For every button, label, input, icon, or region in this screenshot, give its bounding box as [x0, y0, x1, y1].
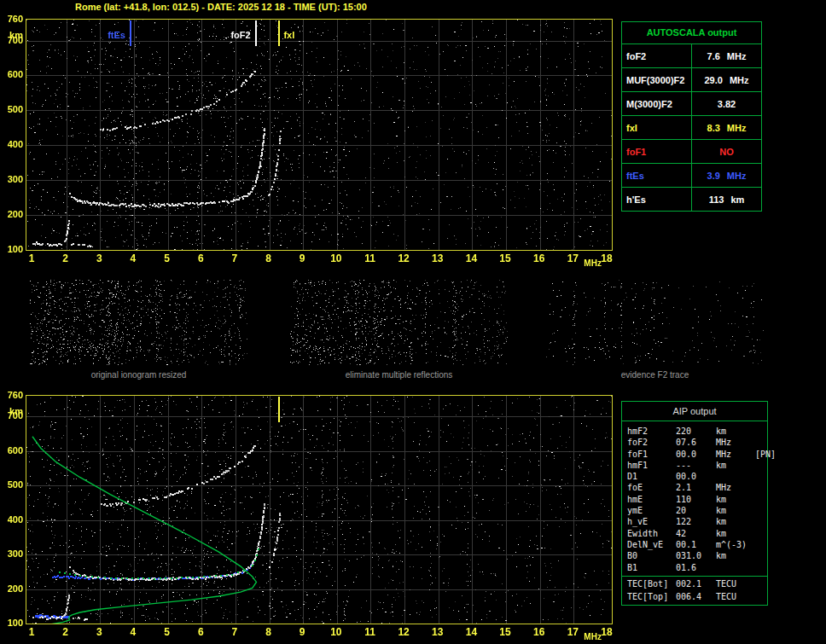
aip-row-unit: km: [716, 460, 755, 471]
thumbnail-canvas-original: [30, 280, 247, 365]
page-title: Rome (lat: +41.8, lon: 012.5) - DATE: 20…: [75, 2, 367, 12]
y-tick-label: 500: [1, 479, 23, 490]
aip-row-unit: km: [716, 516, 755, 527]
aip-row-unit: MHz: [716, 437, 755, 448]
aip-row-unit: km: [716, 505, 755, 516]
aip-row-label: TEC[Bot]: [627, 578, 676, 591]
autoscala-row-value: NO: [692, 140, 761, 163]
autoscala-row-label: h'Es: [622, 188, 692, 211]
y-tick-label: 400: [1, 514, 23, 525]
aip-row-unit: [716, 562, 755, 573]
ionogram-canvas-top: [26, 20, 612, 250]
aip-row-value: 07.6: [676, 437, 716, 448]
aip-row-label: foF2: [627, 437, 676, 448]
x-tick-label: 1: [22, 626, 41, 638]
aip-row-label: hmF2: [627, 426, 676, 437]
aip-row-TEC-Bot-: TEC[Bot]002.1TECU: [622, 576, 767, 591]
autoscala-row-value: 7.6MHz: [692, 44, 761, 67]
aip-table-title: AIP output: [622, 402, 767, 421]
autoscala-row-value: 29.0MHz: [692, 68, 761, 91]
autoscala-row-ftEs: ftEs3.9MHz: [622, 164, 761, 188]
autoscala-table-title: AUTOSCALA output: [622, 22, 761, 44]
y-tick-label: 100: [1, 618, 23, 628]
aip-row-extra: [755, 460, 767, 471]
y-tick-label: 500: [1, 104, 23, 114]
x-tick-label: 13: [428, 626, 447, 638]
x-tick-label: 12: [394, 626, 413, 638]
y-tick-label: 300: [1, 548, 23, 559]
thumbnail-no-multiples: [290, 280, 508, 365]
autoscala-row-value: 113km: [692, 188, 761, 211]
aip-row-extra: [755, 562, 767, 573]
aip-row-h-vE: h_vE122km: [622, 516, 767, 527]
autoscala-row-label: ftEs: [622, 164, 692, 187]
aip-row-value: 20: [676, 505, 716, 516]
autoscala-row-label: MUF(3000)F2: [622, 68, 692, 91]
x-tick-label: 2: [56, 626, 75, 638]
autoscala-row-foF1: foF1NO: [622, 140, 761, 164]
x-tick-label: 17: [563, 626, 582, 638]
x-tick-label: 5: [158, 252, 177, 264]
aip-row-unit: TECU: [716, 578, 755, 591]
aip-row-unit: TECU: [716, 591, 755, 602]
x-tick-label: 4: [124, 252, 143, 264]
aip-row-unit: MHz: [716, 449, 755, 460]
aip-row-extra: [755, 550, 767, 561]
thumbnail-caption-f2-evidence: evidence F2 trace: [546, 370, 764, 380]
aip-row-label: TEC[Top]: [627, 591, 676, 602]
x-tick-label: 3: [90, 252, 108, 264]
autoscala-row-label: fxI: [622, 116, 692, 139]
aip-row-extra: [755, 528, 767, 539]
aip-row-unit: km: [716, 426, 755, 437]
aip-row-value: 122: [676, 516, 716, 527]
y-tick-label: 400: [1, 139, 23, 149]
x-axis-unit-label: MHz: [584, 258, 602, 268]
aip-row-label: B0: [627, 550, 676, 561]
aip-row-unit: km: [716, 494, 755, 505]
x-tick-label: 10: [327, 626, 346, 638]
autoscala-row-label: foF1: [622, 140, 692, 163]
aip-row-extra: [755, 539, 767, 550]
y-tick-label: 200: [1, 209, 23, 219]
x-tick-label: 11: [360, 626, 379, 638]
x-tick-label: 14: [462, 252, 480, 264]
aip-row-unit: [716, 471, 755, 482]
y-tick-label: 200: [1, 583, 23, 594]
aip-row-value: 2.1: [676, 482, 716, 493]
y-tick-label: 700: [1, 410, 23, 421]
aip-row-extra: [PN]: [755, 449, 776, 460]
aip-row-extra: [755, 471, 767, 482]
y-tick-label: 760: [1, 14, 23, 24]
x-axis-unit-label: MHz: [584, 632, 602, 641]
aip-row-B0: B0031.0km: [622, 550, 767, 561]
x-tick-label: 16: [530, 626, 549, 638]
aip-row-unit: m^(-3): [716, 539, 755, 550]
autoscala-row-foF2: foF27.6MHz: [622, 44, 761, 68]
aip-row-label: foE: [627, 482, 676, 493]
aip-row-B1: B101.6: [622, 562, 767, 573]
aip-row-hmE: hmE110km: [622, 494, 767, 505]
x-tick-label: 9: [293, 252, 311, 264]
ionogram-canvas-bottom: [26, 396, 612, 624]
x-tick-label: 18: [597, 252, 616, 264]
aip-row-foF2: foF207.6MHz: [622, 437, 767, 448]
ionogram-plot-bottom: [26, 395, 613, 624]
x-tick-label: 6: [191, 626, 210, 638]
x-tick-label: 1: [22, 252, 41, 264]
autoscala-table-rows: foF27.6MHzMUF(3000)F229.0MHzM(3000)F23.8…: [622, 44, 761, 211]
aip-row-extra: [755, 578, 767, 591]
x-tick-label: 6: [191, 252, 210, 264]
x-tick-label: 9: [293, 626, 311, 638]
aip-table-rows: hmF2220kmfoF207.6MHzfoF100.0MHz[PN]hmF1-…: [622, 426, 767, 602]
aip-row-hmF1: hmF1---km: [622, 460, 767, 471]
autoscala-row-value: 3.9MHz: [692, 164, 761, 187]
aip-row-value: 42: [676, 528, 716, 539]
x-tick-label: 4: [124, 626, 143, 638]
x-tick-label: 14: [462, 626, 480, 638]
aip-row-value: 00.0: [676, 449, 716, 460]
aip-row-DelN-vE: DelN_vE00.1m^(-3): [622, 539, 767, 550]
y-axis-unit-label: km: [1, 30, 23, 40]
aip-row-Ewidth: Ewidth42km: [622, 528, 767, 539]
x-tick-label: 13: [428, 252, 447, 264]
autoscala-row-value: 8.3MHz: [692, 116, 761, 139]
